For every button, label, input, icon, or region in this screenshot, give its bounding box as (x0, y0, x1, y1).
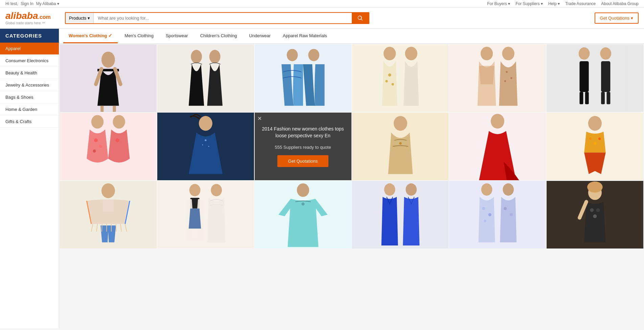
svg-point-68 (189, 184, 201, 196)
get-quotations-button[interactable]: Get Quotations ▾ (595, 13, 639, 24)
svg-point-20 (481, 47, 493, 60)
svg-point-87 (587, 182, 602, 193)
product-image-10 (352, 113, 449, 180)
svg-rect-77 (467, 181, 528, 249)
svg-point-36 (94, 138, 98, 142)
product-cell-8[interactable] (157, 113, 254, 180)
product-cell-5[interactable] (449, 44, 546, 112)
sidebar-item-apparel[interactable]: Apparel (0, 43, 59, 55)
product-image-11 (449, 113, 546, 180)
svg-rect-28 (580, 92, 583, 104)
svg-point-15 (388, 73, 391, 76)
for-suppliers-link[interactable]: For Suppliers ▾ (515, 1, 543, 6)
svg-point-84 (510, 213, 513, 216)
content: Women's Clothing ✓ Men's Clothing Sports… (59, 29, 644, 328)
tab-mens-clothing[interactable]: Men's Clothing (119, 29, 159, 43)
svg-point-9 (209, 50, 221, 63)
svg-rect-19 (467, 44, 528, 112)
product-cell-18[interactable] (547, 181, 643, 249)
search-input[interactable] (94, 13, 352, 23)
svg-point-72 (297, 183, 309, 197)
product-image-8 (157, 113, 254, 180)
svg-point-82 (503, 183, 514, 195)
product-cell-10[interactable] (352, 113, 449, 180)
sidebar-item-bags-shoes[interactable]: Bags & Shoes (0, 91, 59, 103)
trade-assurance-link[interactable]: Trade Assurance (565, 1, 596, 6)
product-image-1 (60, 44, 157, 112)
sidebar-item-home-garden[interactable]: Home & Garden (0, 103, 59, 116)
category-tabs: Women's Clothing ✓ Men's Clothing Sports… (59, 29, 644, 44)
product-cell-4[interactable] (352, 44, 449, 112)
product-cell-11[interactable] (449, 113, 546, 180)
tab-sportswear[interactable]: Sportswear (160, 29, 193, 43)
svg-point-23 (510, 77, 512, 79)
product-cell-2[interactable] (157, 44, 254, 112)
top-bar: Hi test, Sign In My Alibaba ▾ For Buyers… (0, 0, 644, 8)
svg-point-76 (406, 183, 417, 195)
popup-close-icon[interactable]: ✕ (257, 115, 262, 122)
svg-point-47 (393, 116, 407, 131)
sidebar-item-beauty-health[interactable]: Beauty & Health (0, 67, 59, 79)
help-link[interactable]: Help ▾ (548, 1, 560, 6)
main-layout: CATEGORIES Apparel Consumer Electronics … (0, 29, 644, 328)
popup-get-quotations-button[interactable]: Get Quotations (277, 155, 328, 167)
svg-point-11 (286, 49, 298, 61)
logo-text: alibaba.com (5, 11, 51, 21)
svg-point-44 (202, 144, 203, 146)
svg-point-22 (506, 71, 508, 73)
svg-point-42 (199, 116, 212, 131)
svg-rect-33 (607, 92, 611, 104)
svg-point-1 (101, 52, 115, 68)
svg-point-26 (579, 47, 590, 60)
svg-line-64 (116, 224, 116, 232)
sidebar-header: CATEGORIES (0, 29, 59, 43)
product-image-12 (547, 113, 643, 180)
search-category-button[interactable]: Products ▾ (66, 13, 94, 23)
signin-link[interactable]: Sign In (21, 1, 33, 6)
svg-rect-32 (601, 92, 605, 104)
sidebar-item-consumer-electronics[interactable]: Consumer Electronics (0, 55, 59, 67)
product-cell-14[interactable] (157, 181, 254, 249)
product-cell-15[interactable] (255, 181, 351, 249)
svg-point-52 (588, 116, 602, 131)
search-bar: Products ▾ (65, 12, 369, 24)
tab-underwear[interactable]: Underwear (244, 29, 276, 43)
svg-point-14 (383, 47, 395, 60)
search-icon (357, 15, 363, 21)
svg-point-38 (93, 149, 96, 152)
svg-line-61 (102, 224, 102, 232)
product-cell-17[interactable] (449, 181, 546, 249)
product-image-17 (449, 181, 546, 249)
product-popup-cell[interactable]: ✕ 2014 Fashion new women clothes tops lo… (255, 113, 351, 180)
svg-point-16 (385, 80, 388, 82)
tab-womens-clothing[interactable]: Women's Clothing ✓ (63, 29, 118, 43)
sidebar-item-jewelry-accessories[interactable]: Jewelry & Accessories (0, 79, 59, 91)
product-cell-6[interactable] (547, 44, 643, 112)
svg-point-18 (405, 47, 417, 60)
svg-point-21 (502, 47, 514, 60)
svg-point-24 (504, 80, 506, 82)
svg-point-45 (208, 146, 209, 147)
sidebar-item-gifts-crafts[interactable]: Gifts & Crafts (0, 116, 59, 128)
logo[interactable]: alibaba.com Global trade starts here.™ (5, 11, 60, 25)
product-image-6 (547, 44, 643, 112)
about-link[interactable]: About Alibaba Group (601, 1, 639, 6)
product-cell-12[interactable] (547, 113, 643, 180)
svg-point-54 (598, 138, 601, 140)
product-image-3 (255, 44, 351, 112)
product-cell-7[interactable] (60, 113, 157, 180)
product-cell-3[interactable] (255, 44, 351, 112)
product-cell-1[interactable] (60, 44, 157, 112)
header: alibaba.com Global trade starts here.™ P… (0, 8, 644, 29)
popup-suppliers-text: 555 Suppliers ready to quote (275, 145, 331, 150)
svg-point-70 (211, 184, 222, 196)
tab-childrens-clothing[interactable]: Children's Clothing (195, 29, 243, 43)
product-cell-16[interactable] (352, 181, 449, 249)
for-buyers-link[interactable]: For Buyers ▾ (487, 1, 510, 6)
my-alibaba-link[interactable]: My Alibaba ▾ (36, 1, 59, 6)
product-cell-13[interactable] (60, 181, 157, 249)
search-button[interactable] (352, 13, 369, 23)
top-bar-right: For Buyers ▾ For Suppliers ▾ Help ▾ Trad… (487, 1, 639, 6)
tab-apparel-raw-materials[interactable]: Apparel Raw Materials (277, 29, 332, 43)
svg-point-90 (593, 214, 597, 218)
